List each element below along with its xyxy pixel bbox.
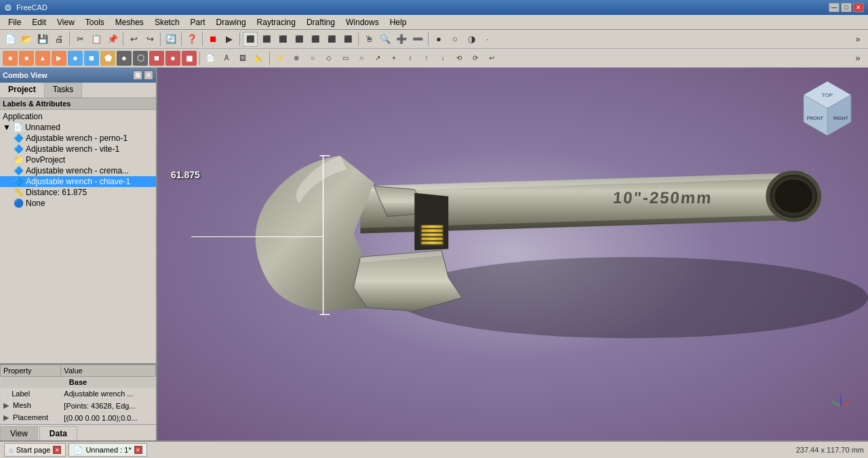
menu-part[interactable]: Part [185,16,211,28]
menu-file[interactable]: File [3,16,26,28]
prop-value-placement[interactable]: [(0.00 0.00 1.00);0.0... [61,412,156,424]
snap-btn4[interactable]: ◇ [321,51,336,66]
maximize-button[interactable]: □ [841,3,852,12]
minimize-button[interactable]: — [829,3,840,12]
part-btn2[interactable]: ■ [19,51,34,66]
snap-btn1[interactable]: ⚡ [273,51,288,66]
tree-item-vite[interactable]: 🔷 Adjustable wrench - vite-1 [0,144,156,154]
prop-expand-icon-placement[interactable]: ▶ [3,413,9,421]
snap-btn14[interactable]: ↩ [484,51,499,66]
prop-row-mesh[interactable]: ▶ Mesh [Points: 43628, Edg... [1,400,156,412]
tree-item-pov[interactable]: 📁 PovProject [0,154,156,165]
undo-button[interactable]: ↩ [126,32,141,47]
back-view-button[interactable]: ⬛ [340,32,355,47]
part-btn8[interactable]: ● [117,51,132,66]
select-button[interactable]: 🖱 [361,32,376,47]
snap-btn10[interactable]: ↑ [419,51,434,66]
view3d-btn[interactable]: 📐 [252,51,267,66]
tree-item-crema[interactable]: 🔷 Adjustable wrench - crema... [0,165,156,176]
macro-button[interactable]: ▶ [222,32,237,47]
part-btn5[interactable]: ● [68,51,83,66]
print-button[interactable]: 🖨 [52,32,66,47]
wire-button[interactable]: ○ [448,32,462,47]
menu-help[interactable]: Help [384,16,412,28]
redo-button[interactable]: ↪ [142,32,157,47]
left-view-button[interactable]: ⬛ [292,32,307,47]
menu-drawing[interactable]: Drawing [211,16,252,28]
solid-button[interactable]: ● [431,32,446,47]
copy-button[interactable]: 📋 [89,32,104,47]
tree-item-perno[interactable]: 🔷 Adjustable wrench - perno-1 [0,133,156,144]
menu-drafting[interactable]: Drafting [301,16,340,28]
tree-item-distance[interactable]: 📏 Distance: 61.875 [0,187,156,198]
toolbar-extend[interactable]: » [850,32,865,47]
new-button[interactable]: 📄 [3,32,18,47]
front-view-button[interactable]: ⬛ [308,32,323,47]
navigation-cube[interactable]: TOP RIGHT FRONT [793,75,861,142]
part-btn12[interactable]: ◼ [182,51,197,66]
sheet-btn[interactable]: 📄 [203,51,218,66]
home-view-button[interactable]: ⬛ [243,32,258,47]
document-close[interactable]: ✕ [134,446,142,454]
toolbar2-extend[interactable]: » [850,51,865,66]
points-button[interactable]: · [480,32,495,47]
part-btn6[interactable]: ■ [84,51,99,66]
stop-button[interactable]: ⏹ [205,32,220,47]
cut-button[interactable]: ✂ [73,32,87,47]
prop-value-label[interactable]: Adjustable wrench ... [61,388,156,400]
help-button[interactable]: ❓ [184,32,199,47]
part-btn4[interactable]: ▶ [52,51,66,66]
tree-item-chiave[interactable]: 🔷 Adjustable wrench - chiave-1 [0,176,156,187]
prop-value-mesh[interactable]: [Points: 43628, Edg... [61,400,156,412]
tree-item-unnamed[interactable]: ▼ 📄 Unnamed [0,122,156,133]
snap-btn2[interactable]: ⊕ [289,51,304,66]
right-view-button[interactable]: ⬛ [275,32,290,47]
menu-view[interactable]: View [52,16,80,28]
text-btn[interactable]: A [219,51,234,66]
refresh-button[interactable]: 🔄 [163,32,178,47]
part-btn10[interactable]: ■ [149,51,164,66]
save-button[interactable]: 💾 [35,32,50,47]
part-btn7[interactable]: ⬟ [100,51,115,66]
paste-button[interactable]: 📌 [105,32,120,47]
close-button[interactable]: ✕ [853,3,864,12]
top-view-button[interactable]: ⬛ [259,32,274,47]
tree-item-none[interactable]: 🔵 None [0,198,156,209]
snap-btn11[interactable]: ↓ [435,51,450,66]
snap-btn5[interactable]: ▭ [338,51,353,66]
snap-btn7[interactable]: ↗ [370,51,385,66]
prop-expand-icon-mesh[interactable]: ▶ [3,401,9,409]
part-btn9[interactable]: ⬡ [133,51,148,66]
combo-detach-button[interactable]: ⧉ [133,70,142,80]
menu-edit[interactable]: Edit [26,16,52,28]
zoom-in-button[interactable]: ➕ [394,32,409,47]
combo-close-button[interactable]: ✕ [144,70,153,80]
title-bar-controls[interactable]: — □ ✕ [829,3,864,12]
part-btn3[interactable]: ▲ [35,51,50,66]
tab-data[interactable]: Data [39,426,77,440]
document-tab[interactable]: 📄 Unnamed : 1* ✕ [68,443,146,457]
prop-row-placement[interactable]: ▶ Placement [(0.00 0.00 1.00);0.0... [1,412,156,424]
snap-btn12[interactable]: ⟲ [452,51,467,66]
img-btn[interactable]: 🖼 [235,51,250,66]
tab-project[interactable]: Project [0,83,45,98]
viewport-3d[interactable]: 10"-250mm 61.875 TOP RIGHT [157,68,868,440]
menu-windows[interactable]: Windows [340,16,384,28]
open-button[interactable]: 📂 [19,32,34,47]
snap-btn8[interactable]: + [387,51,401,66]
zoom-out-button[interactable]: ➖ [410,32,425,47]
snap-btn9[interactable]: ↕ [403,51,418,66]
tab-tasks[interactable]: Tasks [45,83,83,98]
prop-row-label[interactable]: Label Adjustable wrench ... [1,388,156,400]
start-page-close[interactable]: ✕ [53,446,61,454]
zoom-fit-button[interactable]: 🔍 [378,32,393,47]
snap-btn13[interactable]: ⟳ [468,51,483,66]
shaded-button[interactable]: ◑ [464,32,479,47]
bottom-view-button[interactable]: ⬛ [324,32,339,47]
snap-btn6[interactable]: ∩ [354,51,369,66]
menu-tools[interactable]: Tools [80,16,110,28]
menu-meshes[interactable]: Meshes [110,16,149,28]
tab-view[interactable]: View [0,426,38,440]
start-page-tab[interactable]: ⌂ Start page ✕ [4,443,66,457]
snap-btn3[interactable]: ○ [305,51,320,66]
